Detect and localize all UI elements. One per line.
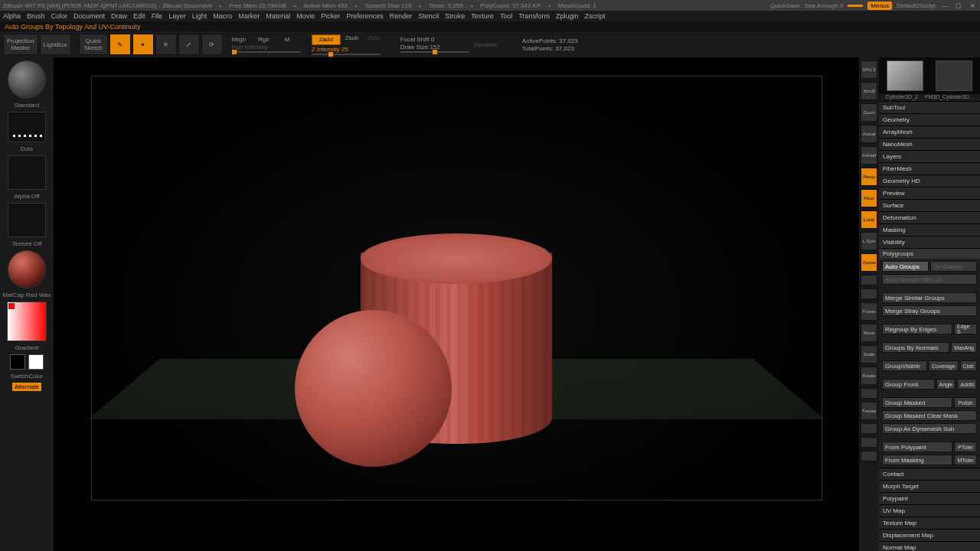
z-intensity-slider[interactable]: Z Intensity 25 [312,46,381,53]
section-texture-map[interactable]: Texture Map [879,517,980,529]
shelf-btn10[interactable] [861,275,877,285]
menu-brush[interactable]: Brush [27,12,45,20]
shelf-btn18[interactable] [861,423,877,434]
menu-marker[interactable]: Marker [238,12,260,20]
shelf-actual[interactable]: Actual [861,125,877,143]
additive-toggle[interactable]: Additi [957,379,977,390]
shelf-move[interactable]: Move [861,324,877,342]
close-icon[interactable]: ✕ [968,1,977,10]
polish-slider[interactable]: Polish [954,397,977,408]
scale-button[interactable]: ⤢ [178,34,200,55]
section-nanomesh[interactable]: NanoMesh [879,138,980,150]
section-deformation[interactable]: Deformation [879,211,980,223]
section-fibermesh[interactable]: FiberMesh [879,162,980,174]
main-color-swatch[interactable] [10,354,25,370]
move-button[interactable]: ⤧ [155,34,177,55]
menu-material[interactable]: Material [266,12,290,20]
auto-groups-uv-button[interactable]: Auto Groups With Uv [882,274,977,285]
shelf-aahalf[interactable]: AAHalf [861,146,877,165]
alpha-thumbnail[interactable] [8,155,46,190]
merge-stray-button[interactable]: Merge Stray Groups [882,305,977,316]
section-visibility[interactable]: Visibility [879,236,980,248]
shelf-btn20[interactable] [861,451,877,461]
edit-button[interactable]: ✎ [109,34,131,55]
menu-document[interactable]: Document [74,12,105,20]
cluster-slider[interactable]: Clstr [960,360,977,371]
auto-groups-button[interactable]: Auto Groups [882,261,929,272]
rgb-button[interactable]: Rgb [258,36,270,43]
quicksave-button[interactable]: QuickSave [770,2,800,9]
maximize-icon[interactable]: ▢ [954,1,963,10]
menu-macro[interactable]: Macro [213,12,232,20]
shelf-btn19[interactable] [861,437,877,448]
menus-button[interactable]: Menus [867,2,892,10]
section-surface[interactable]: Surface [879,199,980,211]
defaultzscript-button[interactable]: DefaultZScript [897,2,936,9]
shelf-local[interactable]: Local [861,210,877,229]
menu-zscript[interactable]: Zscript [585,12,606,20]
section-masking[interactable]: Masking [879,223,980,236]
menu-alpha[interactable]: Alpha [3,12,21,20]
shelf-scale[interactable]: Scale [861,345,877,364]
section-uv-map[interactable]: UV Map [879,504,980,517]
menu-draw[interactable]: Draw [111,12,127,20]
stroke-thumbnail[interactable] [8,112,46,142]
menu-light[interactable]: Light [192,12,207,20]
rgb-intensity-slider[interactable]: Rgb Intensity [232,44,301,51]
menu-layer[interactable]: Layer [168,12,186,20]
shelf-scroll[interactable]: Scroll [861,82,877,100]
color-picker[interactable] [7,302,47,341]
regroup-edges-button[interactable]: Regroup By Edges [882,324,952,334]
coverage-slider[interactable]: Coverage [929,360,958,371]
projection-master-button[interactable]: Projection Master [3,34,38,55]
edge-s-slider[interactable]: Edge S [954,324,977,334]
zsub-button[interactable]: Zsub [345,34,359,45]
menu-file[interactable]: File [152,12,163,20]
shelf-floor[interactable]: Floor [861,189,877,207]
quick-sketch-button[interactable]: Quick Sketch [79,34,108,55]
seethrough-track[interactable] [848,5,863,7]
focal-shift-slider[interactable]: Focal Shift 0 [400,36,469,43]
draw-button[interactable]: ✦ [132,34,154,55]
section-polypaint[interactable]: Polypaint [879,492,980,504]
section-arraymesh[interactable]: ArrayMesh [879,126,980,138]
shelf-spix-3[interactable]: SPix 3 [861,60,877,79]
section-preview[interactable]: Preview [879,187,980,199]
ptoler-slider[interactable]: PToler [954,442,977,452]
texture-thumbnail[interactable] [8,203,46,237]
tool-thumb-2[interactable] [936,60,972,91]
mesh-cylinder[interactable] [356,233,557,463]
maxangle-slider[interactable]: MaxAng [951,342,977,353]
menu-movie[interactable]: Movie [296,12,315,20]
menu-preferences[interactable]: Preferences [346,12,384,20]
shelf-rotate[interactable]: Rotate [861,367,877,385]
shelf-transp[interactable]: Transp [861,402,877,420]
color-swatches[interactable] [10,354,44,370]
menu-color[interactable]: Color [51,12,68,20]
group-dynamesh-sub-button[interactable]: Group As Dynamesh Sub [882,423,977,434]
shelf-persp[interactable]: Persp [861,168,877,186]
section-contact[interactable]: Contact [879,468,980,480]
angle-slider[interactable]: Angle [936,379,956,390]
lightbox-button[interactable]: LightBox [40,34,71,55]
secondary-color-swatch[interactable] [28,354,44,370]
group-masked-button[interactable]: Group Masked [882,397,952,408]
shelf-btn11[interactable] [861,289,877,299]
section-subtool[interactable]: SubTool [879,101,980,113]
uv-groups-button[interactable]: Uv Groups [930,261,977,272]
brush-thumbnail[interactable] [8,60,46,99]
polygroups-header[interactable]: Polygroups [879,248,980,259]
mrgb-button[interactable]: Mrgb [232,36,246,43]
shelf-xpose[interactable]: Xpose [861,253,877,272]
shelf-frame[interactable]: Frame [861,302,877,321]
menu-tool[interactable]: Tool [500,12,513,20]
shelf-btn16[interactable] [861,388,877,399]
section-geometry[interactable]: Geometry [879,113,980,126]
menu-stroke[interactable]: Stroke [445,12,465,20]
menu-picker[interactable]: Picker [321,12,340,20]
dynamic-button[interactable]: Dynamic [474,41,498,48]
merge-similar-button[interactable]: Merge Similar Groups [882,292,977,303]
alternate-button[interactable]: Alternate [12,383,41,391]
from-polypaint-button[interactable]: From Polypaint [882,442,952,452]
section-morph-target[interactable]: Morph Target [879,480,980,492]
